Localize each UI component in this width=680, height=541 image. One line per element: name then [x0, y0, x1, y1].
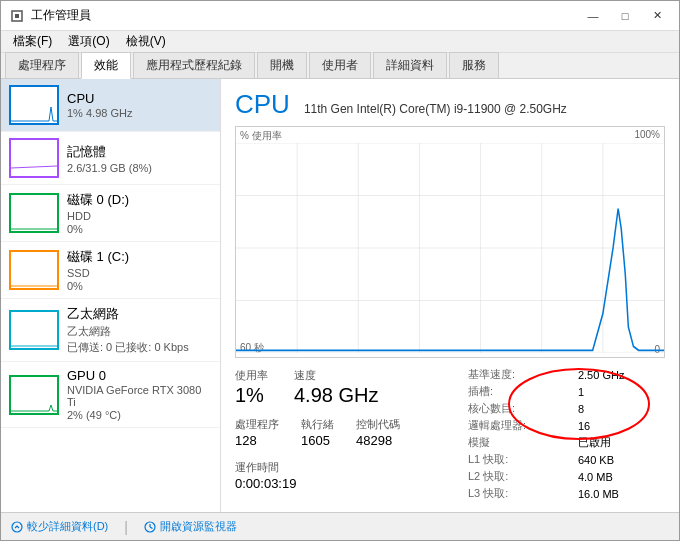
threads-value: 1605: [301, 432, 334, 450]
svg-line-17: [150, 527, 153, 529]
disk1-label: 磁碟 1 (C:): [67, 248, 212, 266]
maximize-button[interactable]: □: [611, 6, 639, 26]
net-thumbnail: [9, 310, 59, 350]
sidebar-item-disk0[interactable]: 磁碟 0 (D:) HDD 0%: [1, 185, 220, 242]
gpu-mini-chart: [11, 377, 57, 413]
disk0-thumbnail: [9, 193, 59, 233]
content-area: CPU 1% 4.98 GHz 記憶體 2.6/31.9 GB (8%): [1, 79, 679, 512]
footer-bar: 較少詳細資料(D) | 開啟資源監視器: [1, 512, 679, 540]
chart-y-label: % 使用率: [240, 129, 282, 143]
mem-label: 記憶體: [67, 143, 212, 161]
disk1-info: 磁碟 1 (C:) SSD 0%: [67, 248, 212, 292]
cores-value: 8: [575, 400, 665, 417]
disk0-mini-chart: [11, 195, 57, 231]
uptime-value: 0:00:03:19: [235, 475, 296, 493]
sidebar-item-gpu[interactable]: GPU 0 NVIDIA GeForce RTX 3080 Ti 2% (49 …: [1, 362, 220, 428]
usage-value: 1%: [235, 383, 268, 407]
usage-block: 使用率 1%: [235, 366, 274, 411]
base-speed-label: 基準速度:: [465, 366, 575, 383]
virt-label: 模擬: [465, 434, 575, 451]
sidebar-item-disk1[interactable]: 磁碟 1 (C:) SSD 0%: [1, 242, 220, 299]
cpu-right-stats: 基準速度: 2.50 GHz 插槽: 1 核心數目: 8 邏輯處理器:: [465, 366, 665, 502]
collapse-link[interactable]: 較少詳細資料(D): [11, 519, 108, 534]
gpu-usage: 2% (49 °C): [67, 409, 212, 421]
tabs-bar: 處理程序 效能 應用程式歷程紀錄 開機 使用者 詳細資料 服務: [1, 53, 679, 79]
cpu-main-title: CPU: [235, 89, 290, 120]
slots-label: 插槽:: [465, 383, 575, 400]
sidebar-item-cpu[interactable]: CPU 1% 4.98 GHz: [1, 79, 220, 132]
processes-value: 128: [235, 432, 279, 450]
close-button[interactable]: ✕: [643, 6, 671, 26]
logical-row: 邏輯處理器: 16: [465, 417, 665, 434]
processes-block: 處理程序 128: [235, 415, 285, 454]
l2-row: L2 快取: 4.0 MB: [465, 468, 665, 485]
l3-label: L3 快取:: [465, 485, 575, 502]
menu-view[interactable]: 檢視(V): [118, 31, 174, 52]
cpu-chart-svg: [236, 143, 664, 353]
tab-app-history[interactable]: 應用程式歷程紀錄: [133, 52, 255, 78]
speed-value: 4.98 GHz: [294, 383, 378, 407]
net-label: 乙太網路: [67, 305, 212, 323]
speed-block: 速度 4.98 GHz: [294, 366, 384, 411]
title-bar: 工作管理員 — □ ✕: [1, 1, 679, 31]
logical-label: 邏輯處理器:: [465, 417, 575, 434]
minimize-button[interactable]: —: [579, 6, 607, 26]
menu-bar: 檔案(F) 選項(O) 檢視(V): [1, 31, 679, 53]
cpu-thumbnail: [9, 85, 59, 125]
right-stats-table-area: 基準速度: 2.50 GHz 插槽: 1 核心數目: 8 邏輯處理器:: [465, 366, 665, 502]
net-info: 乙太網路 乙太網路 已傳送: 0 已接收: 0 Kbps: [67, 305, 212, 355]
virt-value: 已啟用: [575, 434, 665, 451]
cores-row: 核心數目: 8: [465, 400, 665, 417]
tab-performance[interactable]: 效能: [81, 52, 131, 79]
l1-label: L1 快取:: [465, 451, 575, 468]
disk1-thumbnail: [9, 250, 59, 290]
mem-mini-chart: [11, 140, 57, 176]
disk0-label: 磁碟 0 (D:): [67, 191, 212, 209]
window-controls: — □ ✕: [579, 6, 671, 26]
logical-value: 16: [575, 417, 665, 434]
open-monitor-link[interactable]: 開啟資源監視器: [144, 519, 237, 534]
cpu-main-subtitle: 11th Gen Intel(R) Core(TM) i9-11900 @ 2.…: [304, 102, 567, 116]
main-header: CPU 11th Gen Intel(R) Core(TM) i9-11900 …: [235, 89, 665, 120]
app-icon: [9, 8, 25, 24]
gpu-model: NVIDIA GeForce RTX 3080 Ti: [67, 384, 212, 408]
speed-label: 速度: [294, 368, 378, 383]
threads-label: 執行緒: [301, 417, 334, 432]
disk1-usage: 0%: [67, 280, 212, 292]
menu-file[interactable]: 檔案(F): [5, 31, 60, 52]
l1-row: L1 快取: 640 KB: [465, 451, 665, 468]
tab-users[interactable]: 使用者: [309, 52, 371, 78]
cpu-detail: 1% 4.98 GHz: [67, 107, 212, 119]
slots-value: 1: [575, 383, 665, 400]
uptime-label: 運作時間: [235, 460, 296, 475]
chart-y-max: 100%: [634, 129, 660, 140]
handles-block: 控制代碼 48298: [356, 415, 406, 454]
handles-value: 48298: [356, 432, 400, 450]
usage-label: 使用率: [235, 368, 268, 383]
mem-thumbnail: [9, 138, 59, 178]
cpu-label: CPU: [67, 91, 212, 106]
sidebar-item-memory[interactable]: 記憶體 2.6/31.9 GB (8%): [1, 132, 220, 185]
l3-row: L3 快取: 16.0 MB: [465, 485, 665, 502]
chevron-down-icon: [11, 521, 23, 533]
virt-row: 模擬 已啟用: [465, 434, 665, 451]
slots-row: 插槽: 1: [465, 383, 665, 400]
l1-value: 640 KB: [575, 451, 665, 468]
tab-processes[interactable]: 處理程序: [5, 52, 79, 78]
processes-label: 處理程序: [235, 417, 279, 432]
tab-details[interactable]: 詳細資料: [373, 52, 447, 78]
tab-startup[interactable]: 開機: [257, 52, 307, 78]
open-monitor-label: 開啟資源監視器: [160, 519, 237, 534]
main-panel: CPU 11th Gen Intel(R) Core(TM) i9-11900 …: [221, 79, 679, 512]
sidebar-item-network[interactable]: 乙太網路 乙太網路 已傳送: 0 已接收: 0 Kbps: [1, 299, 220, 362]
handles-label: 控制代碼: [356, 417, 400, 432]
disk1-type: SSD: [67, 267, 212, 279]
monitor-icon: [144, 521, 156, 533]
gpu-thumbnail: [9, 375, 59, 415]
disk0-info: 磁碟 0 (D:) HDD 0%: [67, 191, 212, 235]
tab-services[interactable]: 服務: [449, 52, 499, 78]
net-usage: 已傳送: 0 已接收: 0 Kbps: [67, 340, 212, 355]
base-speed-row: 基準速度: 2.50 GHz: [465, 366, 665, 383]
menu-options[interactable]: 選項(O): [60, 31, 117, 52]
window-title: 工作管理員: [31, 7, 91, 24]
